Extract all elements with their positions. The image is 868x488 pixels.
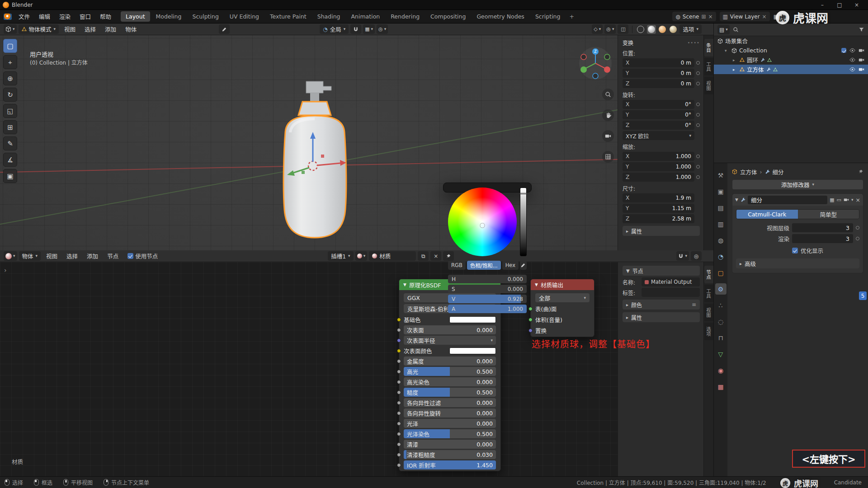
editor-type-outliner-icon[interactable]: ▤▾	[717, 25, 730, 34]
zoom-icon[interactable]	[602, 89, 614, 100]
node-socket[interactable]	[528, 328, 533, 333]
keyframe-dot-icon[interactable]	[696, 103, 700, 106]
close-button[interactable]: ×	[848, 0, 865, 10]
xray-toggle-icon[interactable]: ◫	[618, 24, 628, 34]
tool-measure-icon[interactable]: ∡	[3, 153, 17, 167]
tab-scene-icon[interactable]: ◍	[715, 235, 726, 246]
location-field[interactable]: X0 m	[623, 58, 694, 67]
tab-object-data-icon[interactable]: ▽	[715, 348, 726, 360]
shader-menu[interactable]: 选择	[63, 251, 81, 261]
keyframe-dot-icon[interactable]	[696, 113, 700, 117]
workspace-tab[interactable]: Sculpting	[187, 11, 223, 22]
outliner-row-torus[interactable]: ▸ 圆环	[714, 55, 868, 65]
color-panel-header[interactable]: ▸颜色≡	[623, 300, 700, 310]
keyframe-dot-icon[interactable]	[696, 123, 700, 127]
output-input-row[interactable]: 体积(音量)	[535, 315, 590, 324]
shader-menu[interactable]: 节点	[104, 251, 122, 261]
show-gizmo-icon[interactable]: ◇▾	[592, 24, 603, 34]
sidebar-tab[interactable]: 选项	[704, 323, 713, 340]
copy-material-icon[interactable]: ⧉	[418, 251, 429, 261]
node-socket[interactable]	[397, 370, 401, 374]
collection-checkbox[interactable]	[841, 48, 846, 53]
use-nodes-checkbox[interactable]	[127, 253, 133, 259]
render-camera-icon[interactable]	[859, 47, 864, 53]
workspace-tab[interactable]: Shading	[312, 11, 345, 22]
menubar-menu[interactable]: 帮助	[96, 12, 115, 22]
rotation-field[interactable]: Z0°	[623, 121, 694, 130]
eyedropper-icon[interactable]	[520, 261, 527, 270]
picker-channel-slider[interactable]: H 0.000	[448, 275, 527, 283]
render-levels-field[interactable]: 3	[792, 234, 853, 243]
viewport-menu[interactable]: 添加	[101, 24, 120, 34]
workspace-tab[interactable]: Scripting	[530, 11, 566, 22]
tree-chevron[interactable]: ›	[4, 267, 7, 274]
menubar-menu[interactable]: 编辑	[35, 12, 54, 22]
tab-tool-icon[interactable]: ⚒	[715, 169, 726, 181]
add-modifier-dropdown[interactable]: 添加修改器▾	[732, 179, 863, 190]
material-output-node[interactable]: ▼ 材质输出 全部▾ 表(曲)面 体积(音量) 置换	[530, 279, 594, 337]
keyframe-dot-icon[interactable]	[696, 155, 700, 158]
tab-render-icon[interactable]: ▣	[715, 186, 726, 197]
principled-input-row[interactable]: 次表面半径 ▾	[404, 336, 496, 345]
material-name-field[interactable]: 材质	[369, 251, 416, 261]
node-socket[interactable]	[397, 349, 401, 353]
move-gizmo[interactable]	[274, 127, 351, 204]
viewport-canvas[interactable]: 用户透视 (0) Collection | 立方体 ▢+⊕↻◱⊞✎∡▣ Z	[0, 35, 713, 250]
pan-hand-icon[interactable]	[602, 109, 614, 121]
tool-annotate-icon[interactable]: ✎	[3, 136, 17, 150]
principled-input-row[interactable]: 各向异性过滤 0.000 ▾	[404, 398, 496, 407]
node-socket[interactable]	[397, 380, 401, 384]
rotation-field[interactable]: X0°	[623, 100, 694, 109]
keyframe-dot-icon[interactable]	[696, 175, 700, 179]
picker-mode-tab[interactable]: RGB	[448, 261, 466, 270]
tool-scale-icon[interactable]: ◱	[3, 104, 17, 118]
sidebar-tab[interactable]: 工具	[704, 285, 713, 302]
node-socket[interactable]	[397, 432, 401, 436]
keyframe-dot-icon[interactable]	[696, 61, 700, 65]
node-socket[interactable]	[397, 338, 401, 343]
principled-input-row[interactable]: 糙度 0.500 ▾	[404, 388, 496, 397]
viewport-levels-field[interactable]: 3	[792, 223, 853, 232]
picker-channel-slider[interactable]: S 0.000	[448, 285, 527, 293]
render-camera-icon[interactable]	[859, 57, 864, 63]
location-field[interactable]: Y0 m	[623, 69, 694, 78]
principled-input-row[interactable]: 金属度 0.000 ▾	[404, 357, 496, 366]
color-swatch[interactable]	[449, 347, 496, 354]
principled-input-row[interactable]: 光泽 0.000 ▾	[404, 419, 496, 428]
eyedropper-icon[interactable]	[219, 24, 230, 34]
workspace-tab[interactable]: Texture Paint	[265, 11, 311, 22]
node-panel-header[interactable]: ▼节点	[623, 266, 700, 276]
catmull-clark-button[interactable]: Catmull-Clark	[736, 210, 798, 219]
remove-view-layer-icon[interactable]: ×	[762, 14, 767, 20]
material-slot-dropdown[interactable]: 插槽1▾	[328, 251, 353, 261]
workspace-tab[interactable]: Animation	[346, 11, 385, 22]
overlays-icon[interactable]: ◎▾	[604, 24, 616, 34]
modifier-name-field[interactable]: 细分	[748, 196, 827, 204]
toggle-perspective-icon[interactable]	[602, 151, 614, 163]
node-label-field[interactable]	[642, 288, 700, 297]
keyframe-dot-icon[interactable]	[696, 82, 700, 85]
rotation-field[interactable]: Y0°	[623, 110, 694, 119]
outliner-row-scene-collection[interactable]: 场景集合	[714, 36, 868, 46]
menubar-menu[interactable]: 窗口	[75, 12, 95, 22]
pin-icon[interactable]	[443, 251, 454, 261]
modifier-panel-header[interactable]: ▼ 细分 ▦ ▭ ▾ ×	[732, 194, 863, 206]
shading-material-icon[interactable]	[658, 25, 667, 34]
item-panel-header[interactable]: ▸属性	[623, 312, 700, 322]
workspace-tab[interactable]: UV Editing	[225, 11, 264, 22]
node-canvas[interactable]: › 材质 ▼ 原理化BSDF GGX▾ 克里斯坦森-伯利▾ 基础色	[0, 262, 713, 476]
outliner-row-cube[interactable]: ▸ 立方体	[714, 65, 868, 74]
node-socket[interactable]	[397, 411, 401, 415]
editor-type-shader-icon[interactable]: ▾	[4, 251, 17, 261]
workspace-tab[interactable]: Modeling	[151, 11, 187, 22]
picker-channel-slider[interactable]: A 1.000	[448, 305, 527, 313]
node-socket[interactable]	[397, 390, 401, 394]
tab-modifiers-icon[interactable]: ⚙	[715, 283, 726, 295]
viewport-menu[interactable]: 选择	[81, 24, 99, 34]
tab-view-layer-icon[interactable]: ▥	[715, 218, 726, 230]
principled-input-row[interactable]: 次表面 0.000 ▾	[404, 325, 496, 334]
unlink-material-icon[interactable]: ×	[430, 251, 441, 261]
camera-view-icon[interactable]	[602, 130, 614, 142]
node-socket[interactable]	[397, 442, 401, 446]
shading-solid-icon[interactable]	[647, 25, 656, 34]
